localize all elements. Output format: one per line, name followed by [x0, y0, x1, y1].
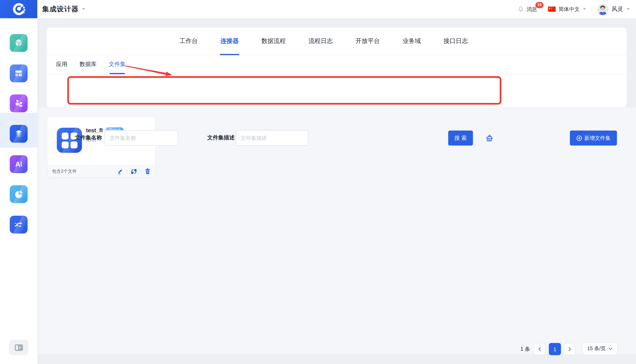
chevron-down-icon — [608, 347, 612, 350]
chevron-down-icon — [583, 8, 586, 10]
pagination-total: 1 条 — [520, 343, 530, 355]
swap-icon — [131, 168, 137, 174]
tab-open-platform[interactable]: 开放平台 — [355, 28, 380, 55]
plus-circle-icon — [576, 135, 582, 141]
tab-connectors[interactable]: 连接器 — [221, 28, 239, 55]
svg-text:A: A — [15, 160, 20, 168]
user-menu[interactable]: 风灵 — [597, 4, 630, 15]
fileset-card-footer: 包含2个文件 — [48, 165, 155, 177]
app-title-dropdown[interactable]: 集成设计器 — [42, 0, 85, 18]
page-size-select[interactable]: 15 条/页 — [582, 342, 618, 355]
cube-icon — [14, 38, 24, 48]
chevron-left-icon — [538, 347, 541, 351]
add-fileset-button[interactable]: 新增文件集 — [570, 130, 617, 146]
pagination-prev-button[interactable] — [534, 343, 545, 355]
file-count-label: 包含2个文件 — [52, 168, 77, 174]
workflow-icon — [14, 98, 24, 109]
layers-icon — [14, 128, 24, 139]
subtab-applications[interactable]: 应用 — [56, 55, 67, 74]
top-header: 集成设计器 消息 16 — [0, 0, 636, 18]
trash-icon — [145, 168, 151, 174]
sidebar-item-shuffle[interactable] — [10, 216, 28, 234]
add-fileset-label: 新增文件集 — [584, 134, 611, 142]
chevron-right-icon — [568, 347, 571, 351]
page-title: 集成设计器 — [42, 4, 79, 14]
left-sidebar: A — [0, 18, 37, 364]
main-tabs: 工作台 连接器 数据流程 流程日志 开放平台 业务域 接口日志 — [47, 28, 626, 55]
subtab-databases[interactable]: 数据库 — [80, 55, 97, 74]
divider — [127, 169, 127, 174]
app-logo — [0, 0, 37, 18]
fileset-desc-label: 文件集描述 — [207, 130, 235, 146]
tab-api-logs[interactable]: 接口日志 — [443, 28, 468, 55]
pie-chart-icon — [14, 189, 24, 200]
header-actions: 消息 16 简体中文 — [517, 0, 630, 18]
tab-data-flow[interactable]: 数据流程 — [261, 28, 286, 55]
dashboard-icon — [14, 68, 24, 79]
tab-business-domain[interactable]: 业务域 — [403, 28, 421, 55]
fileset-desc-input[interactable] — [236, 130, 308, 146]
tab-workbench[interactable]: 工作台 — [179, 28, 198, 55]
edit-pencil-icon — [117, 168, 123, 174]
divider — [591, 6, 592, 12]
sidebar-item-cube[interactable] — [10, 34, 28, 52]
clear-filters-button[interactable] — [485, 134, 494, 143]
ai-icon: A — [14, 159, 24, 170]
china-flag-icon — [548, 6, 556, 12]
broom-icon — [485, 134, 494, 142]
subtab-file-sets[interactable]: 文件集 — [109, 55, 126, 74]
sidebar-item-pie-chart[interactable] — [10, 185, 28, 203]
sidebar-item-ai[interactable]: A — [10, 155, 28, 173]
filter-bar: 文件集名称 文件集描述 搜 索 新增文件集 — [47, 74, 626, 108]
sidebar-item-layers[interactable] — [10, 125, 28, 143]
pagination-page-1[interactable]: 1 — [549, 343, 561, 355]
tab-flow-logs[interactable]: 流程日志 — [309, 28, 333, 55]
edit-button[interactable] — [117, 168, 123, 174]
messages-count-badge: 16 — [535, 2, 544, 8]
search-button[interactable]: 搜 索 — [448, 130, 473, 146]
sidebar-collapse-button[interactable] — [9, 340, 29, 355]
avatar — [597, 4, 608, 15]
messages-button[interactable]: 消息 16 — [517, 6, 537, 13]
sidebar-item-dashboard[interactable] — [10, 64, 28, 82]
logo-icon — [11, 2, 26, 17]
shuffle-icon — [14, 219, 24, 230]
integration-designer-page: 集成设计器 消息 16 — [0, 0, 636, 364]
fileset-name-label: 文件集名称 — [75, 130, 102, 146]
chevron-down-icon — [82, 8, 85, 10]
chevron-down-icon — [627, 8, 630, 10]
bell-icon — [517, 6, 524, 12]
fileset-card: test_fl Excel 测试 包含2个文件 — [48, 117, 155, 177]
delete-button[interactable] — [145, 168, 151, 174]
convert-button[interactable] — [131, 168, 137, 174]
sidebar-item-workflow[interactable] — [10, 94, 28, 112]
fileset-name-input[interactable] — [105, 130, 178, 146]
divider — [141, 169, 141, 174]
language-selector[interactable]: 简体中文 — [548, 6, 586, 13]
main-panel: 工作台 连接器 数据流程 流程日志 开放平台 业务域 接口日志 应用 数据库 文… — [47, 28, 626, 108]
sub-tabs: 应用 数据库 文件集 — [47, 55, 626, 74]
page-size-label: 15 条/页 — [587, 346, 606, 352]
language-label: 简体中文 — [558, 6, 579, 13]
pagination-next-button[interactable] — [564, 343, 576, 355]
username-label: 风灵 — [611, 6, 623, 13]
panel-collapse-icon — [15, 344, 23, 351]
